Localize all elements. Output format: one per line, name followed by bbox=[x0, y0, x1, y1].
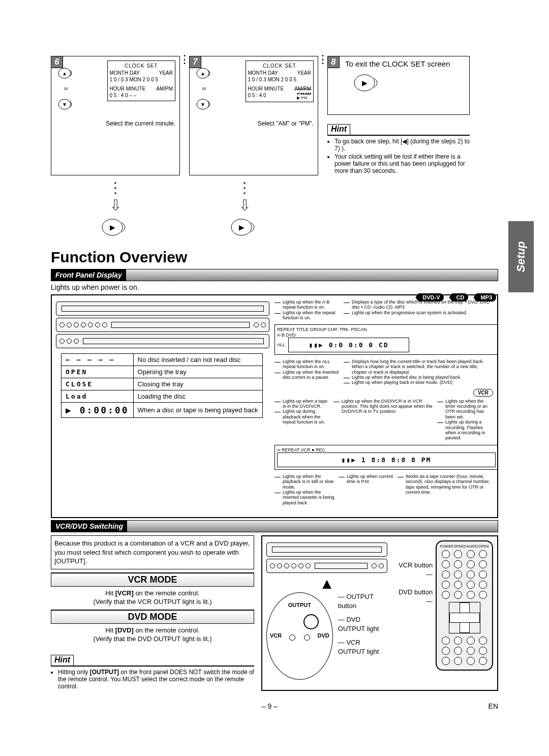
vcr-badge: VCR bbox=[473, 389, 493, 397]
step-8-text: To exit the CLOCK SET screen bbox=[345, 59, 465, 69]
remote-dvd-button[interactable] bbox=[442, 591, 450, 599]
output-button-icon bbox=[303, 614, 319, 629]
front-panel-box: DVD-V CD MP3 bbox=[51, 294, 498, 518]
right-column: Lights up when the A-B repeat function i… bbox=[274, 299, 493, 505]
switch-illustration: ▲ OUTPUT VCR DVD — OUTPUT button — bbox=[261, 535, 498, 691]
left-column: – – – – –No disc inserted / can not read… bbox=[56, 299, 269, 505]
nav-down-icon: ▼ bbox=[196, 92, 213, 117]
format-badges: DVD-V CD MP3 bbox=[413, 293, 496, 301]
remote-illustration: POWERSPEEDAUDIOOPEN bbox=[436, 540, 493, 671]
switch-intro-box: Because this product is a combination of… bbox=[51, 535, 254, 569]
table-row: LoadLoading the disc bbox=[62, 390, 263, 403]
badge-dvd: DVD-V bbox=[415, 293, 444, 301]
front-power-caption: Lights up when power is on. bbox=[51, 283, 498, 291]
table-row: – – – – –No disc inserted / can not read… bbox=[62, 354, 263, 366]
nav-down-icon: ▼ bbox=[57, 92, 75, 117]
clock-set-osd: CLOCK SET MONTH DAYYEAR 1 0 / 0 3 MON 2 … bbox=[107, 61, 176, 101]
step-number: 8 bbox=[327, 56, 340, 68]
step-8: 8 To exit the CLOCK SET screen ▶ bbox=[327, 56, 470, 115]
hint-label: Hint bbox=[51, 655, 74, 667]
hint-label: Hint bbox=[327, 124, 350, 136]
arrow-down-icon: ⋮⇩ bbox=[51, 178, 180, 214]
section-side-tab: Setup bbox=[508, 221, 534, 292]
svg-text:▶: ▶ bbox=[110, 223, 115, 231]
page-number: – 9 – bbox=[262, 702, 278, 710]
section-vcr-dvd-switch: VCR/DVD Switching bbox=[51, 520, 498, 532]
step-8-and-hint: 8 To exit the CLOCK SET screen ▶ Hint To… bbox=[327, 56, 470, 175]
dots-divider-icon bbox=[179, 56, 190, 65]
side-tab-label: Setup bbox=[514, 241, 528, 272]
clock-set-steps-row: 6 ▲ or ▼ CLOCK SET MONTH DAYYEAR 1 0 / 0… bbox=[51, 56, 498, 175]
nav-right-icon: ▶ bbox=[180, 217, 309, 239]
table-row: ▶ 0:00:00When a disc or tape is being pl… bbox=[62, 403, 263, 418]
step-7: 7 ▲ or ▼ CLOCK SET MONTH DAYYEAR 1 0 / 0… bbox=[189, 56, 318, 175]
lang-code: EN bbox=[489, 702, 498, 710]
hint-text: To go back one step, hit [◀] (during the… bbox=[327, 138, 470, 174]
vcr-led-icon bbox=[289, 634, 295, 641]
svg-text:▲: ▲ bbox=[200, 71, 205, 76]
badge-cd: CD bbox=[449, 293, 468, 301]
svg-text:▲: ▲ bbox=[62, 71, 67, 76]
section-front-panel: Front Panel Display bbox=[51, 269, 498, 281]
dvd-display-block: Lights up when the A-B repeat function i… bbox=[274, 299, 493, 385]
vcr-segment-display: ∞ REPEAT VCR ● REC ▮▮▶ 1 8:8 8:8 8 PM bbox=[274, 445, 498, 470]
display-state-table: – – – – –No disc inserted / can not read… bbox=[61, 353, 263, 418]
or-label: or bbox=[64, 86, 68, 92]
manual-page: Setup 6 ▲ or ▼ CLOCK SET MONTH DAYYEAR bbox=[51, 0, 498, 710]
nav-right-icon: ▶ bbox=[352, 73, 465, 95]
dvd-segment-display: REPEAT TITLE GROUP CHP. TRK. PSCAN A-B D… bbox=[274, 324, 498, 355]
svg-text:▶: ▶ bbox=[362, 79, 368, 87]
step-number: 7 bbox=[189, 56, 201, 68]
nav-right-icon: ▶ bbox=[51, 217, 180, 239]
table-row: CLOSEClosing the tray bbox=[62, 378, 263, 390]
step-6: 6 ▲ or ▼ CLOCK SET MONTH DAYYEAR 1 0 / 0… bbox=[51, 56, 180, 175]
step-7-caption: Select "AM" or "PM". bbox=[194, 120, 314, 127]
or-label: or bbox=[202, 86, 206, 92]
remote-dpad[interactable] bbox=[449, 602, 480, 633]
remote-vcr-button[interactable] bbox=[442, 581, 450, 589]
step-6-caption: Select the current minute. bbox=[55, 120, 175, 127]
unit-illustration-2 bbox=[266, 542, 387, 573]
page-title: Function Overview bbox=[51, 249, 498, 266]
clock-set-osd: CLOCK SET MONTH DAYYEAR 1 0 / 0 3 MON 2 … bbox=[246, 61, 314, 102]
front-output-panel: OUTPUT VCR DVD bbox=[266, 592, 333, 680]
page-footer: – 9 – EN bbox=[51, 702, 498, 710]
arrow-down-icon: ⋮⇩ bbox=[180, 178, 309, 214]
badge-mp3: MP3 bbox=[473, 293, 496, 301]
dvd-mode-header: DVD MODE bbox=[51, 610, 254, 624]
table-row: OPENOpening the tray bbox=[62, 366, 263, 378]
svg-text:▼: ▼ bbox=[62, 102, 67, 107]
switch-left: Because this product is a combination of… bbox=[51, 535, 254, 691]
vcr-mode-header: VCR MODE bbox=[51, 572, 254, 587]
vcr-display-block: Lights up when a tape is in the DVD/VCR.… bbox=[274, 399, 493, 505]
svg-text:▶: ▶ bbox=[239, 223, 245, 231]
step-number: 6 bbox=[51, 56, 63, 68]
dvd-led-icon bbox=[304, 634, 310, 641]
svg-text:▼: ▼ bbox=[200, 102, 205, 107]
leader-arrow-icon: ▲ bbox=[266, 575, 387, 592]
unit-illustration bbox=[56, 301, 269, 348]
dots-divider-icon bbox=[317, 56, 328, 65]
